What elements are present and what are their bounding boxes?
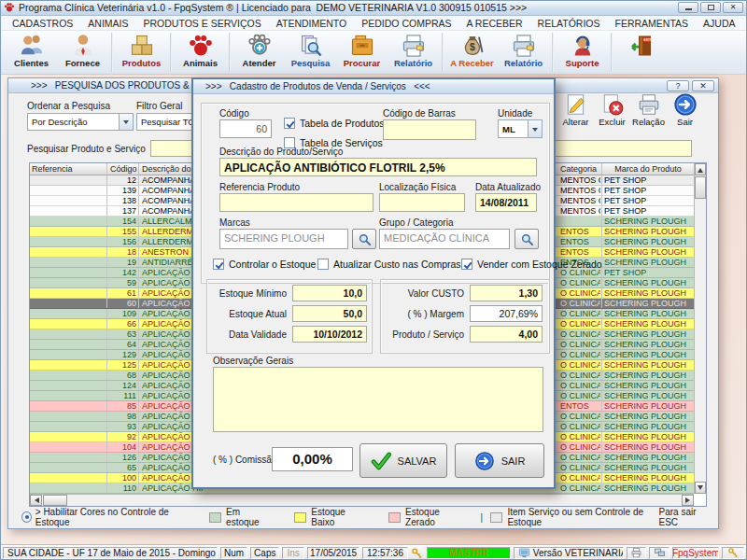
close-button[interactable]: ✕ — [723, 2, 743, 13]
controlar-estoque-checkbox[interactable]: Controlar o Estoque — [213, 259, 316, 270]
cell-ref — [30, 227, 107, 236]
vertical-scrollbar[interactable] — [694, 163, 706, 494]
codigo-field[interactable]: 60 — [219, 119, 272, 138]
grupo-search-button[interactable] — [514, 229, 539, 249]
col-codigo[interactable]: Código — [108, 163, 139, 175]
sair-button[interactable]: SAIR — [455, 443, 544, 478]
cell-cat: ENTOS — [558, 247, 600, 257]
restore-button[interactable] — [700, 2, 721, 13]
cell-ref — [30, 381, 107, 390]
action-relação[interactable]: Relação — [630, 92, 667, 127]
minimize-button[interactable] — [678, 2, 698, 13]
menu-item[interactable]: ATENDIMENTO — [269, 17, 354, 30]
salvar-button[interactable]: SALVAR — [359, 443, 447, 478]
toolbar-button-a-receber[interactable]: $A Receber — [446, 32, 498, 68]
toolbar-button-produtos[interactable]: Produtos — [116, 32, 167, 68]
cell-cat: O CLINICA — [558, 432, 600, 441]
scroll-down-button[interactable] — [695, 482, 706, 494]
produto-servico-field[interactable]: 4,00 — [470, 326, 543, 343]
status-printer-button[interactable] — [627, 547, 647, 559]
scroll-up-button[interactable] — [695, 163, 706, 175]
cell-ref — [30, 196, 107, 205]
margem-field[interactable]: 207,69% — [470, 305, 543, 322]
dialog-title: >>> Cadastro de Produtos de Venda / Serv… — [193, 79, 554, 94]
action-sair[interactable]: Sair — [667, 92, 703, 127]
cell-brand: PET SHOP — [601, 206, 694, 216]
cell-ref — [30, 319, 107, 329]
toolbar-button-animais[interactable]: Animais — [175, 32, 226, 68]
cell-brand: SCHERING PLOUGH — [601, 217, 694, 226]
status-key-button[interactable] — [722, 547, 744, 559]
atualizar-custo-checkbox[interactable]: Atualizar Custo nas Compras — [317, 259, 461, 270]
horizontal-scrollbar[interactable] — [30, 494, 694, 506]
toolbar-button-relatório[interactable]: Relatório — [388, 32, 439, 68]
legend-radio-label: > Habilitar Cores no Controle de Estoque — [35, 507, 185, 527]
data-atualizado-field[interactable]: 14/08/2011 — [475, 193, 537, 212]
estoque-minimo-field[interactable]: 10,0 — [292, 285, 367, 301]
estoque-atual-field[interactable]: 50,0 — [292, 305, 367, 322]
comissao-field[interactable]: 0,00% — [272, 447, 353, 471]
toolbar-button-procurar[interactable]: Procurar — [336, 32, 388, 68]
tabela-produtos-checkbox[interactable]: Tabela de Produtos — [284, 118, 384, 129]
checkbox-icon[interactable] — [284, 118, 295, 129]
help-button[interactable]: ? — [667, 80, 689, 91]
edit-icon — [564, 92, 588, 117]
menu-item[interactable]: PRODUTOS E SERVIÇOS — [136, 17, 269, 30]
toolbar-button-exit[interactable]: EXIT — [615, 32, 667, 59]
horizontal-scroll-thumb[interactable] — [43, 495, 67, 506]
marcas-field[interactable]: SCHERING PLOUGH — [219, 229, 348, 249]
toolbar-separator — [111, 33, 113, 72]
descricao-field[interactable]: APLICAÇÃO ANTIBIÓTICO FLOTRIL 2,5% — [219, 158, 537, 176]
status-city: SUA CIDADE - UF 17 de Maio de 2015 - Dom… — [3, 547, 218, 559]
cell-brand: SCHERING PLOUGH — [601, 381, 694, 390]
menu-item[interactable]: PEDIDO COMPRAS — [354, 17, 458, 30]
vender-zerado-checkbox[interactable]: Vender com Estoque Zerado — [461, 259, 602, 270]
col-marca[interactable]: Marca do Produto — [601, 163, 694, 175]
marcas-search-button[interactable] — [352, 229, 376, 249]
unidade-select[interactable]: ML — [498, 119, 543, 138]
menu-item[interactable]: ANIMAIS — [80, 17, 135, 30]
grupo-field[interactable]: MEDICAÇÃO CLÍNICA — [379, 229, 510, 249]
col-categoria[interactable]: Categoria — [558, 163, 600, 175]
observacao-textarea[interactable] — [213, 367, 543, 432]
menu-item[interactable]: CADASTROS — [5, 17, 80, 30]
col-referencia[interactable]: Referencia — [30, 163, 107, 175]
checkbox-icon[interactable] — [317, 259, 329, 270]
checkbox-icon[interactable] — [461, 259, 472, 270]
menu-item[interactable]: RELATÓRIOS — [530, 17, 608, 30]
cell-brand: PET SHOP — [601, 268, 694, 277]
delete-icon — [600, 92, 625, 117]
enable-colors-radio[interactable] — [21, 511, 32, 523]
scroll-left-button[interactable] — [30, 495, 42, 506]
checkbox-icon[interactable] — [213, 259, 224, 270]
action-alterar[interactable]: Alterar — [557, 92, 594, 127]
toolbar-separator — [229, 33, 231, 72]
localizacao-field[interactable] — [379, 193, 465, 212]
status-network-button[interactable] — [649, 547, 669, 559]
menu-item[interactable]: FERRAMENTAS — [608, 17, 697, 30]
cell-cat: O CLINICA — [558, 340, 600, 349]
toolbar-button-clientes[interactable]: Clientes — [6, 32, 57, 68]
cell-ref — [30, 247, 107, 257]
toolbar-button-fornece[interactable]: Fornece — [57, 32, 108, 68]
toolbar-button-relatório[interactable]: Relatório — [498, 32, 549, 68]
computer-icon — [518, 547, 530, 558]
toolbar-button-suporte[interactable]: Suporte — [557, 32, 608, 68]
chevron-down-icon[interactable] — [528, 120, 542, 137]
toolbar-button-pesquisa[interactable]: Pesquisa — [285, 32, 336, 68]
chevron-down-icon[interactable] — [119, 114, 133, 130]
order-search-select[interactable]: Por Descrição — [27, 113, 134, 131]
cell-ref — [30, 175, 107, 185]
window-close-button[interactable]: ✕ — [692, 80, 714, 91]
cell-cat: MENTOS CLINIC — [558, 175, 600, 185]
data-validade-field[interactable]: 10/10/2012 — [292, 326, 367, 343]
referencia-field[interactable] — [219, 193, 374, 212]
vertical-scroll-thumb[interactable] — [695, 176, 706, 199]
menu-item[interactable]: A RECEBER — [458, 17, 529, 30]
toolbar-button-atender[interactable]: Atender — [233, 32, 285, 68]
action-excluir[interactable]: Excluir — [594, 92, 630, 127]
scroll-right-button[interactable] — [682, 495, 694, 506]
menu-item[interactable]: AJUDA — [696, 17, 742, 30]
valor-custo-field[interactable]: 1,30 — [470, 285, 543, 301]
codigo-barras-field[interactable] — [383, 119, 476, 140]
